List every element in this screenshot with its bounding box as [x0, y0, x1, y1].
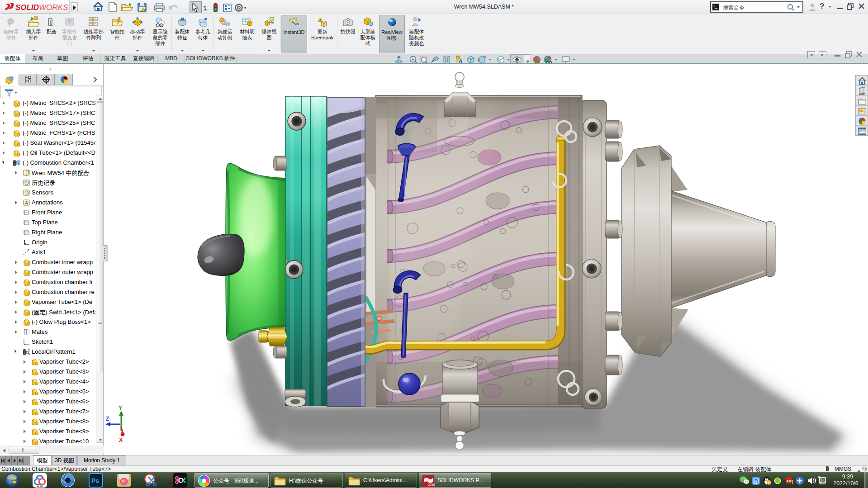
svg-text:X: X	[119, 437, 123, 443]
svg-text:Y: Y	[119, 405, 122, 411]
svg-text:!: !	[319, 18, 321, 22]
svg-text:A: A	[25, 200, 28, 205]
svg-text:Ps: Ps	[91, 477, 99, 484]
svg-text:!: !	[792, 479, 793, 485]
svg-text:Z: Z	[106, 416, 109, 422]
svg-text:!: !	[144, 8, 146, 13]
svg-text:K: K	[754, 479, 758, 483]
svg-text:sw: sw	[787, 479, 792, 483]
svg-text:WORKS: WORKS	[39, 3, 68, 12]
svg-text:2019: 2019	[428, 483, 435, 486]
svg-text:SOLID: SOLID	[15, 3, 39, 12]
